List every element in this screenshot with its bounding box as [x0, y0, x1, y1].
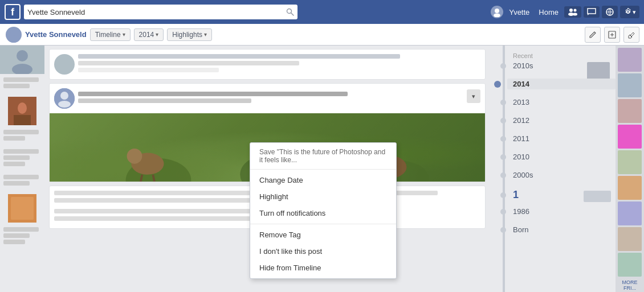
- fr-thumb-4: [618, 125, 642, 149]
- settings-profile-icon-btn[interactable]: [623, 27, 639, 43]
- profile-bar-icons: [585, 27, 639, 43]
- svg-point-2: [495, 9, 499, 13]
- search-button[interactable]: [286, 8, 294, 16]
- right-sidebar: Recent 2010s 2014 2013 2012 2011 2010 20…: [490, 46, 616, 292]
- highlight-item[interactable]: Highlight: [250, 188, 396, 205]
- year-button[interactable]: 2014 ▾: [134, 28, 164, 41]
- profile-bar: Yvette Sonneveld Timeline ▾ 2014 ▾ Highl…: [0, 24, 644, 46]
- svg-rect-19: [11, 197, 34, 220]
- tl-row-born: Born: [513, 224, 616, 241]
- menu-separator-2: [250, 224, 396, 224]
- svg-rect-17: [14, 115, 31, 125]
- svg-point-13: [17, 50, 28, 61]
- fr-thumb-5: [618, 150, 642, 174]
- turn-off-notifications-item[interactable]: Turn off notifications: [250, 205, 396, 221]
- edit-icon-btn[interactable]: [585, 27, 601, 43]
- svg-point-16: [18, 102, 27, 114]
- center-feed: ▾: [44, 46, 490, 292]
- ls-item-2: [0, 128, 44, 145]
- search-bar: [24, 5, 297, 19]
- recent-label: Recent: [513, 52, 616, 59]
- change-date-item[interactable]: Change Date: [250, 172, 396, 188]
- more-friends-label: MORE FRI...: [616, 279, 644, 291]
- nav-username[interactable]: Yvette: [506, 6, 533, 19]
- feed-card-1: [49, 49, 486, 80]
- ls-item-4: [0, 172, 44, 190]
- hide-from-timeline-item[interactable]: Hide from Timeline: [250, 260, 396, 276]
- ls-item-5: [0, 225, 44, 248]
- fr-thumb-2: [618, 73, 642, 97]
- remove-tag-item[interactable]: Remove Tag: [250, 227, 396, 243]
- tl-year-2012[interactable]: 2012: [513, 115, 616, 126]
- post-menu-chevron[interactable]: ▾: [467, 89, 480, 103]
- svg-point-21: [60, 92, 68, 100]
- tl-year-2000s[interactable]: 2000s: [513, 170, 616, 180]
- dropdown-menu: Save "This is the future of Photoshop an…: [250, 142, 397, 279]
- dont-like-item[interactable]: I don't like this post: [250, 243, 396, 260]
- left-sidebar: [0, 46, 44, 292]
- tl-year-1986[interactable]: 1986: [513, 206, 616, 217]
- ls-item-1: [0, 75, 44, 92]
- timeline-bar: [503, 46, 505, 292]
- pwm-text: [78, 92, 463, 105]
- tl-row-2011: 2011: [513, 133, 616, 150]
- fr-thumb-6: [618, 176, 642, 200]
- svg-line-1: [291, 13, 294, 16]
- svg-point-30: [127, 149, 142, 164]
- far-right-panel: MORE FRI...: [616, 46, 644, 292]
- main-content: ▾: [0, 46, 644, 292]
- ls-thumb-1: [8, 97, 36, 125]
- svg-point-9: [10, 29, 17, 36]
- update-icon-btn[interactable]: [604, 27, 620, 43]
- nav-right: Yvette Home ▾: [491, 6, 639, 19]
- ls-thumb-2: [8, 194, 36, 223]
- settings-icon-btn[interactable]: ▾: [620, 6, 639, 18]
- tl-year-2010[interactable]: 2010: [513, 151, 616, 162]
- tl-year-2014[interactable]: 2014: [507, 79, 616, 89]
- tl-row-2013: 2013: [513, 97, 616, 114]
- globe-icon-btn[interactable]: [602, 6, 618, 18]
- timeline-items: Recent 2010s 2014 2013 2012 2011 2010 20…: [490, 46, 616, 246]
- search-input[interactable]: [27, 8, 286, 17]
- svg-point-7: [573, 13, 577, 16]
- timeline-button[interactable]: Timeline ▾: [90, 28, 131, 41]
- pwm-header: ▾: [50, 84, 485, 113]
- fr-thumb-3: [618, 99, 642, 123]
- ls-avatar: [0, 46, 44, 74]
- profile-name: Yvette Sonneveld: [25, 30, 87, 39]
- fr-thumb-9: [618, 253, 642, 277]
- nav-avatar: [491, 6, 503, 18]
- fr-thumb-1: [618, 48, 642, 72]
- tl-row-num: 1: [513, 188, 616, 205]
- tl-year-2013[interactable]: 2013: [513, 97, 616, 108]
- svg-point-22: [58, 101, 71, 108]
- svg-point-10: [8, 38, 19, 43]
- home-button[interactable]: Home: [535, 6, 562, 19]
- top-navigation: f Yvette Home ▾: [0, 0, 644, 24]
- feed-avatar-1: [54, 54, 75, 75]
- tl-thumb-num: [584, 191, 611, 202]
- ls-item-3: [0, 147, 44, 170]
- tl-row-2010: 2010: [513, 151, 616, 168]
- save-item[interactable]: Save "This is the future of Photoshop an…: [250, 145, 396, 167]
- pwm-avatar: [54, 88, 75, 109]
- tl-row-2000s: 2000s: [513, 170, 616, 187]
- facebook-logo: f: [5, 4, 21, 20]
- fr-thumb-7: [618, 201, 642, 225]
- tl-row-1986: 1986: [513, 206, 616, 223]
- tl-row-2012: 2012: [513, 115, 616, 132]
- messenger-icon-btn[interactable]: [584, 6, 600, 18]
- profile-thumbnail: [6, 27, 22, 43]
- svg-point-3: [494, 14, 500, 18]
- tl-row-2014: 2014: [513, 79, 616, 96]
- menu-separator-1: [250, 169, 396, 170]
- svg-point-4: [569, 9, 573, 12]
- tl-year-born[interactable]: Born: [513, 224, 616, 235]
- tl-row-2010s: 2010s: [513, 60, 616, 77]
- fr-thumb-8: [618, 227, 642, 251]
- friends-icon-btn[interactable]: [564, 6, 581, 18]
- highlights-button[interactable]: Highlights ▾: [167, 28, 212, 41]
- svg-point-6: [574, 9, 577, 12]
- tl-year-2011[interactable]: 2011: [513, 133, 616, 144]
